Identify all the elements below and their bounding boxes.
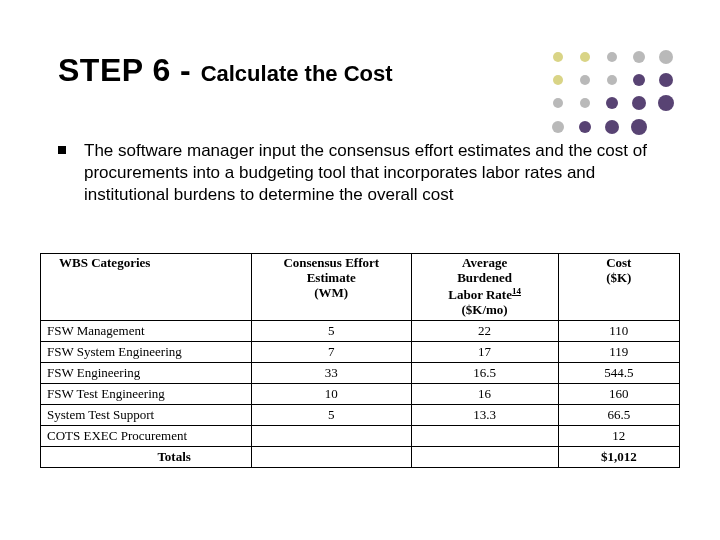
cost-table: WBS Categories Consensus Effort Estimate… (40, 253, 680, 468)
cell-cost: 12 (558, 426, 679, 447)
header-rate: Average Burdened Labor Rate14 ($K/mo) (411, 254, 558, 321)
cell-cost: 119 (558, 342, 679, 363)
table-row: FSW System Engineering 7 17 119 (41, 342, 680, 363)
bullet-block: The software manager input the consensus… (58, 140, 662, 206)
decorative-dot-grid (546, 52, 686, 147)
cell-wbs: FSW System Engineering (41, 342, 252, 363)
cell-effort: 7 (251, 342, 411, 363)
cell-rate: 17 (411, 342, 558, 363)
cell-wbs: FSW Test Engineering (41, 384, 252, 405)
bullet-icon (58, 146, 66, 154)
cell-effort: 10 (251, 384, 411, 405)
cell-cost: 66.5 (558, 405, 679, 426)
cell-wbs: COTS EXEC Procurement (41, 426, 252, 447)
table-row: FSW Management 5 22 110 (41, 321, 680, 342)
table-header-row: WBS Categories Consensus Effort Estimate… (41, 254, 680, 321)
bullet-text: The software manager input the consensus… (84, 140, 662, 206)
table-row: FSW Test Engineering 10 16 160 (41, 384, 680, 405)
cell-effort: 5 (251, 321, 411, 342)
title-rest: Calculate the Cost (201, 61, 393, 86)
cell-effort: 33 (251, 363, 411, 384)
cell-wbs: System Test Support (41, 405, 252, 426)
cell-cost: 160 (558, 384, 679, 405)
slide: STEP 6 - Calculate the Cost The software… (0, 0, 720, 540)
footer-rate (411, 447, 558, 468)
cell-rate (411, 426, 558, 447)
table-footer-row: Totals $1,012 (41, 447, 680, 468)
header-cost: Cost ($K) (558, 254, 679, 321)
footer-cost: $1,012 (558, 447, 679, 468)
table-row: FSW Engineering 33 16.5 544.5 (41, 363, 680, 384)
header-wbs: WBS Categories (41, 254, 252, 321)
cell-effort (251, 426, 411, 447)
title-dash: - (171, 52, 201, 88)
footer-effort (251, 447, 411, 468)
slide-title: STEP 6 - Calculate the Cost (58, 52, 393, 89)
cost-table-wrap: WBS Categories Consensus Effort Estimate… (40, 253, 680, 468)
footer-label: Totals (41, 447, 252, 468)
cell-wbs: FSW Management (41, 321, 252, 342)
cell-rate: 16.5 (411, 363, 558, 384)
cell-cost: 110 (558, 321, 679, 342)
cell-rate: 22 (411, 321, 558, 342)
cell-rate: 16 (411, 384, 558, 405)
cell-rate: 13.3 (411, 405, 558, 426)
cell-effort: 5 (251, 405, 411, 426)
title-step: STEP 6 (58, 52, 171, 88)
cell-wbs: FSW Engineering (41, 363, 252, 384)
cell-cost: 544.5 (558, 363, 679, 384)
table-row: System Test Support 5 13.3 66.5 (41, 405, 680, 426)
header-effort: Consensus Effort Estimate (WM) (251, 254, 411, 321)
table-row: COTS EXEC Procurement 12 (41, 426, 680, 447)
